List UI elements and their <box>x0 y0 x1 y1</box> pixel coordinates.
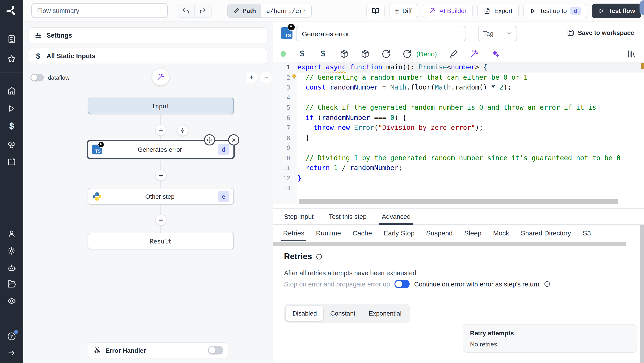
favorites-star-icon[interactable] <box>7 54 16 64</box>
tab-advanced[interactable]: Advanced <box>382 209 410 224</box>
dataflow-toggle[interactable] <box>30 74 44 82</box>
format-brush-icon[interactable] <box>448 49 458 58</box>
edit-path-button[interactable]: Path <box>228 4 262 18</box>
user-icon[interactable] <box>7 229 16 239</box>
subtab-cache[interactable]: Cache <box>353 225 372 241</box>
redo-button[interactable] <box>194 4 211 18</box>
sliders-icon <box>34 32 42 39</box>
ai-builder-label: AI Builder <box>440 7 466 14</box>
package-icon[interactable] <box>360 49 370 58</box>
schedules-calendar-icon[interactable] <box>7 157 16 167</box>
settings-gear-icon[interactable] <box>7 246 16 256</box>
reload-icon[interactable] <box>382 49 391 58</box>
info-icon[interactable] <box>316 253 322 260</box>
info-icon[interactable] <box>544 281 550 287</box>
code-editor[interactable]: 12345678910111213 export async function … <box>273 61 644 204</box>
input-node-label: Input <box>92 102 230 109</box>
collapse-arrow-icon[interactable] <box>7 348 16 358</box>
path-widget: Path u/henri/err <box>227 4 312 18</box>
static-inputs-icon[interactable]: $ <box>298 49 307 58</box>
sparkles-icon[interactable] <box>490 49 500 58</box>
subtab-retries[interactable]: Retries <box>283 225 304 241</box>
subtab-suspend[interactable]: Suspend <box>426 225 452 241</box>
add-trigger-bolt-button[interactable] <box>177 125 188 136</box>
delete-node-button[interactable] <box>228 134 239 145</box>
other-step-label: Other step <box>102 193 218 200</box>
subtab-s3[interactable]: S3 <box>583 225 591 241</box>
ai-wand-icon[interactable] <box>470 49 479 58</box>
tab-test-this-step[interactable]: Test this step <box>329 209 366 224</box>
ai-wand-button[interactable] <box>152 69 169 86</box>
flow-summary-input[interactable] <box>31 3 168 18</box>
home-icon[interactable] <box>7 86 16 95</box>
move-node-button[interactable] <box>204 134 215 145</box>
result-node[interactable]: Result <box>88 233 234 249</box>
typescript-icon: TS <box>281 27 292 39</box>
flow-settings-row[interactable]: Settings <box>28 27 268 44</box>
zoom-in-button[interactable]: + <box>246 72 257 83</box>
subtab-runtime[interactable]: Runtime <box>316 225 341 241</box>
help-icon[interactable]: ? <box>7 332 16 341</box>
sidebar-divider <box>0 73 23 73</box>
subtab-mock[interactable]: Mock <box>493 225 509 241</box>
step-node-other-step[interactable]: Other step e <box>88 188 234 205</box>
retry-mode-constant[interactable]: Constant <box>324 306 362 321</box>
notification-dot <box>14 330 18 334</box>
close-icon <box>231 137 236 143</box>
runtime-label[interactable]: (Deno) <box>416 50 437 58</box>
pencil-icon <box>233 8 239 14</box>
all-static-inputs-row[interactable]: $ All Static Inputs <box>28 48 268 64</box>
deno-icon <box>98 141 104 148</box>
panel-vertical-scrollbar[interactable] <box>640 225 644 363</box>
reload-runtime-icon[interactable] <box>402 49 412 58</box>
add-step-button[interactable] <box>155 214 166 226</box>
editor-horizontal-scrollbar[interactable] <box>298 199 636 204</box>
python-icon <box>92 191 102 201</box>
error-handler-row[interactable]: Error Handler <box>88 342 229 358</box>
tab-step-input[interactable]: Step Input <box>284 209 314 224</box>
error-handler-label: Error Handler <box>106 347 204 354</box>
package-icon[interactable] <box>340 49 349 58</box>
error-handler-toggle[interactable] <box>208 346 223 354</box>
undo-button[interactable] <box>177 4 194 18</box>
workspace-building-icon[interactable] <box>7 35 16 44</box>
variables-icon[interactable]: $ <box>318 49 328 58</box>
subtab-early-stop[interactable]: Early Stop <box>384 225 414 241</box>
runs-play-icon[interactable] <box>7 104 16 113</box>
docs-button[interactable] <box>366 3 384 18</box>
diff-button[interactable]: ± Diff <box>389 3 418 18</box>
audit-eye-icon[interactable] <box>7 296 16 306</box>
panel-divider <box>23 68 273 68</box>
retries-title: Retries <box>284 252 312 261</box>
retry-attempts-value: No retries <box>470 341 630 348</box>
retry-mode-exponential[interactable]: Exponential <box>362 306 408 321</box>
step-node-label: Generates error <box>102 146 218 153</box>
subtab-shared-directory[interactable]: Shared Directory <box>521 225 571 241</box>
folders-icon[interactable] <box>7 279 16 289</box>
step-name-input[interactable] <box>296 26 466 41</box>
export-button[interactable]: Export <box>477 3 518 18</box>
workers-robot-icon[interactable] <box>7 263 16 273</box>
test-flow-button[interactable]: Test flow <box>592 3 641 18</box>
save-to-workspace-button[interactable]: Save to workspace <box>567 29 634 36</box>
add-step-button[interactable] <box>155 124 166 136</box>
tag-select[interactable]: Tag <box>478 26 517 41</box>
test-up-to-button[interactable]: Test up to d <box>523 3 587 18</box>
lightbulb-icon[interactable] <box>291 74 297 80</box>
warning-ruler-mark <box>641 63 644 69</box>
ai-builder-button[interactable]: AI Builder <box>422 3 473 18</box>
path-value[interactable]: u/henri/err <box>262 4 311 18</box>
zoom-out-button[interactable]: − <box>261 72 272 83</box>
resources-boxes-icon[interactable] <box>7 139 16 149</box>
library-icon[interactable] <box>626 49 636 58</box>
input-node[interactable]: Input <box>88 98 234 114</box>
subtab-sleep[interactable]: Sleep <box>464 225 482 241</box>
retry-mode-disabled[interactable]: Disabled <box>286 306 324 321</box>
offscreen-button-sliver[interactable] <box>640 1 644 15</box>
continue-on-error-toggle[interactable] <box>394 280 410 288</box>
file-code-icon <box>484 7 490 14</box>
variables-dollar-icon[interactable]: $ <box>7 121 16 131</box>
add-step-button[interactable] <box>155 170 166 181</box>
windmill-logo-icon[interactable] <box>6 5 18 17</box>
subtabs-scrollbar[interactable] <box>273 242 626 246</box>
